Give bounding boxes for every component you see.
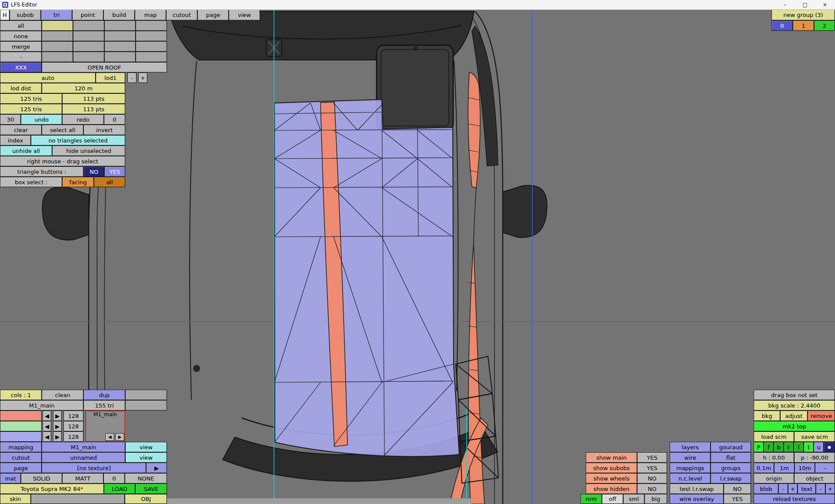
preview-next[interactable]: ▶ bbox=[115, 433, 124, 441]
mapping-view-button[interactable]: view bbox=[125, 442, 167, 452]
menu-item-point[interactable]: point bbox=[72, 10, 104, 20]
tri-grid-cell[interactable] bbox=[136, 52, 167, 62]
blob-button[interactable]: blob bbox=[754, 484, 778, 494]
menu-item-view[interactable]: view bbox=[229, 10, 260, 20]
tri-grid-cell[interactable] bbox=[104, 20, 136, 31]
minimize-button[interactable]: – bbox=[775, 0, 795, 10]
channel-green-prev[interactable]: ◀ bbox=[43, 421, 51, 431]
group-tab-0[interactable]: 0 bbox=[772, 20, 793, 31]
menu-item-h[interactable]: H bbox=[0, 10, 10, 20]
material-slot-empty[interactable] bbox=[125, 390, 167, 400]
cutout-view-button[interactable]: view bbox=[125, 452, 167, 463]
tri-grid-cell[interactable] bbox=[136, 20, 167, 31]
unhide-all-button[interactable]: unhide all bbox=[0, 146, 52, 156]
select-all-groups-button[interactable]: all bbox=[0, 20, 42, 31]
show-hidden-label[interactable]: show hidden bbox=[586, 484, 637, 494]
view-top-button-active[interactable]: t bbox=[804, 442, 814, 452]
tri-grid-cell[interactable] bbox=[73, 20, 104, 31]
text-plus-button[interactable]: + bbox=[825, 484, 835, 494]
tri-grid-cell[interactable] bbox=[42, 31, 73, 41]
view-left-button[interactable]: l bbox=[794, 442, 804, 452]
view-back-button[interactable]: b bbox=[774, 442, 784, 452]
tri-grid-cell[interactable] bbox=[42, 41, 73, 52]
mapping-name-button[interactable]: M1_main bbox=[42, 442, 125, 452]
lod1-button[interactable]: lod1 bbox=[96, 73, 125, 83]
close-button[interactable]: × bbox=[815, 0, 835, 10]
box-select-all[interactable]: all bbox=[94, 177, 125, 187]
origin-button[interactable]: origin bbox=[754, 473, 794, 484]
blob-minus-button[interactable]: - bbox=[778, 484, 788, 494]
channel-swatch-green[interactable] bbox=[0, 421, 42, 431]
box-select-facing[interactable]: facing bbox=[62, 177, 94, 187]
group-name-button[interactable]: M1_main bbox=[0, 400, 84, 411]
page-texture-button[interactable]: [no texture] bbox=[42, 463, 146, 473]
dash-button[interactable]: - bbox=[0, 52, 42, 62]
menu-item-build[interactable]: build bbox=[104, 10, 135, 20]
gouraud-button[interactable]: gouraud bbox=[711, 442, 751, 452]
show-main-label[interactable]: show main bbox=[586, 452, 637, 463]
bkg-adjust-button[interactable]: adjust bbox=[780, 411, 808, 421]
view-dot-button[interactable]: ● bbox=[824, 442, 835, 452]
test-lr-swap-value[interactable]: NO bbox=[724, 484, 751, 494]
tri-grid-cell[interactable] bbox=[104, 41, 136, 52]
view-under-button[interactable]: u bbox=[814, 442, 824, 452]
channel-red-prev[interactable]: ◀ bbox=[43, 411, 51, 421]
save-button[interactable]: SAVE bbox=[135, 484, 167, 494]
cutout-name-button[interactable]: unnamed bbox=[42, 452, 125, 463]
tri-grid-cell[interactable] bbox=[136, 41, 167, 52]
group-tab-2[interactable]: 2 bbox=[814, 20, 835, 31]
group-tab-1[interactable]: 1 bbox=[793, 20, 814, 31]
menu-item-map[interactable]: map bbox=[135, 10, 166, 20]
nrm-sml-button[interactable]: sml bbox=[623, 494, 645, 504]
lod-dist-value[interactable]: 120 m bbox=[42, 83, 125, 93]
tri-grid-cell[interactable] bbox=[104, 31, 136, 41]
load-scm-button[interactable]: load scm bbox=[754, 431, 794, 442]
menu-item-cutout[interactable]: cutout bbox=[166, 10, 197, 20]
redo-button[interactable]: redo bbox=[62, 114, 104, 125]
view-perspective-button[interactable]: P bbox=[754, 442, 764, 452]
save-scm-button[interactable]: save scm bbox=[794, 431, 835, 442]
tri-grid-cell-active[interactable] bbox=[42, 20, 73, 31]
page-next-button[interactable]: ▶ bbox=[146, 463, 167, 473]
xxx-button[interactable]: XXX bbox=[0, 62, 42, 73]
text-minus-button[interactable]: - bbox=[816, 484, 825, 494]
mat-none-button[interactable]: NONE bbox=[125, 473, 167, 484]
select-none-button[interactable]: none bbox=[0, 31, 42, 41]
select-all-button[interactable]: select all bbox=[42, 125, 84, 135]
menu-item-subob[interactable]: subob bbox=[10, 10, 41, 20]
show-subobs-label[interactable]: show subobs bbox=[586, 463, 637, 473]
grid-step-10m[interactable]: 10m bbox=[795, 463, 815, 473]
tri-grid-cell[interactable] bbox=[73, 31, 104, 41]
grid-step-none[interactable]: - bbox=[815, 463, 835, 473]
background-name-button[interactable]: mk2 top bbox=[754, 421, 835, 431]
wire-overlay-button[interactable]: wire overlay bbox=[670, 494, 724, 504]
index-button[interactable]: index bbox=[0, 135, 31, 146]
hide-unselected-button[interactable]: hide unselected bbox=[52, 146, 125, 156]
mat-matt-button[interactable]: MATT bbox=[62, 473, 104, 484]
maximize-button[interactable]: □ bbox=[795, 0, 815, 10]
channel-blue-next[interactable]: ▶ bbox=[53, 431, 62, 442]
show-main-value[interactable]: YES bbox=[637, 452, 667, 463]
grid-step-01m[interactable]: 0.1m bbox=[754, 463, 774, 473]
menu-item-tri-active[interactable]: tri bbox=[41, 10, 72, 20]
undo-button[interactable]: undo bbox=[21, 114, 62, 125]
tri-grid-cell[interactable] bbox=[42, 52, 73, 62]
mat-index[interactable]: 0 bbox=[104, 473, 125, 484]
nrm-big-button[interactable]: big bbox=[645, 494, 667, 504]
channel-swatch-blue[interactable] bbox=[0, 431, 42, 442]
flat-button[interactable]: flat bbox=[711, 452, 751, 463]
preview-prev[interactable]: ◀ bbox=[105, 433, 114, 441]
open-roof-button[interactable]: OPEN ROOF bbox=[42, 62, 167, 73]
obj-button[interactable]: OBJ bbox=[125, 494, 167, 504]
skin-button[interactable]: skin bbox=[0, 494, 31, 504]
channel-swatch-red[interactable] bbox=[0, 411, 42, 421]
material-slot-empty[interactable] bbox=[125, 400, 167, 411]
channel-red-next[interactable]: ▶ bbox=[53, 411, 62, 421]
skin-slot-empty[interactable] bbox=[31, 494, 125, 504]
groups-button[interactable]: groups bbox=[711, 463, 751, 473]
object-button[interactable]: object bbox=[794, 473, 835, 484]
menu-item-page[interactable]: page bbox=[197, 10, 229, 20]
nrm-off-button[interactable]: off bbox=[602, 494, 623, 504]
nrm-button[interactable]: nrm bbox=[581, 494, 602, 504]
clear-button[interactable]: clear bbox=[0, 125, 42, 135]
